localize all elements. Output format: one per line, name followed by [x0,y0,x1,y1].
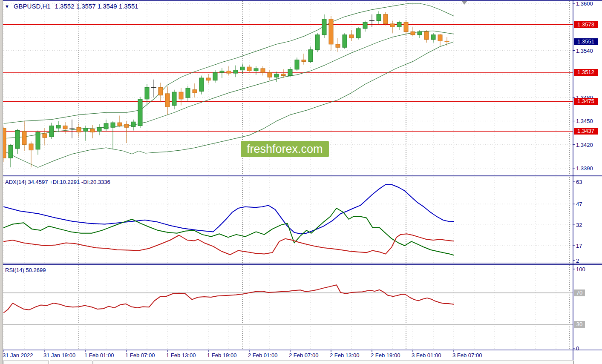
chart-title: ▼ GBPUSD,H1 1.3552 1.3557 1.3549 1.3551 [5,3,138,10]
candle-body [438,35,442,41]
time-axis-label: 2 Feb 01:00 [248,352,277,358]
candle-body [411,32,415,34]
candle-body [63,126,67,129]
candle-body [233,70,238,73]
candle-body [295,60,299,69]
candle-body [404,22,408,32]
candle-body [431,35,435,40]
candle-body [172,92,176,105]
price-level-badge: 1.3475 [574,98,598,105]
candle-body [227,71,231,73]
candle-body [349,35,354,38]
candle-body [199,78,204,91]
time-axis-label: 2 Feb 19:00 [371,352,400,358]
time-axis-label: 2 Feb 13:00 [330,352,359,358]
candle-body [49,126,54,137]
adx-tick-label: 2 [576,258,579,264]
price-tick-label: 1.3600 [576,0,593,7]
adx-line-ADX [4,185,454,234]
time-axis-label: 31 Jan 19:00 [43,352,75,358]
time-axis-label: 3 Feb 07:00 [452,352,482,358]
freshforex-watermark: freshforex.com [241,141,329,157]
adx-tick-label: 17 [576,243,582,249]
symbol-timeframe-label: GBPUSD,H1 [14,3,51,10]
candle-body [15,131,20,149]
candle-body [418,32,422,34]
candle-body [445,41,449,42]
candle-body [356,29,360,38]
bid-price-badge: 1.3551 [574,38,598,45]
time-axis-label: 1 Feb 19:00 [207,352,236,358]
time-axis-label: 2 Feb 07:00 [289,352,318,358]
candle-body [363,22,367,29]
candle-body [90,129,95,132]
candle-body [165,94,170,107]
candle-body [77,127,81,132]
bottom-panel-edge [93,361,574,364]
candle-body [397,22,401,27]
rsi-tick-label: 100 [576,266,585,272]
bottom-tab[interactable] [50,361,92,364]
candle-body [308,50,313,62]
candle-body [254,69,258,71]
collapse-chart-icon[interactable]: ▼ [5,4,9,9]
candle-body [193,90,197,93]
candle-body [390,24,395,27]
candle-body [206,78,210,80]
candle-body [131,122,135,126]
price-tick-label: 1.3390 [576,165,593,171]
candle-body [240,67,245,70]
candle-body [104,123,108,129]
rsi-level-badge: 70 [574,289,585,296]
price-tick-label: 1.3450 [576,118,593,124]
price-tick-label: 1.3540 [576,47,593,54]
candle-body [43,134,47,138]
candle-body [56,125,60,128]
adx-tick-label: 63 [576,179,582,185]
candle-body [22,131,26,144]
window-left-edge [0,0,3,364]
candle-body [247,67,251,71]
candle-body [302,60,306,62]
candle-body [97,127,101,131]
candle-body [261,69,265,72]
bottom-tab[interactable] [3,361,49,364]
candle-body [274,74,279,77]
adx-tick-label: 32 [576,222,582,228]
time-axis-label: 1 Feb 13:00 [166,352,196,358]
candle-body [424,32,429,39]
candle-body [288,69,292,76]
rsi-tick-label: 0 [576,345,579,352]
candle-body [36,132,40,149]
candle-body [124,124,129,127]
candle-body [118,123,122,126]
time-axis-label: 31 Jan 2022 [3,352,33,358]
candle-body [186,88,190,97]
candle-body [145,87,149,99]
price-level-badge: 1.3437 [574,128,598,135]
candle-body [158,87,163,95]
candle-body [329,19,333,44]
candle-body [377,14,381,21]
price-level-badge: 1.3512 [574,69,598,76]
candle-body [268,72,272,77]
adx-indicator-label: ADX(14) 34.4597 +DI:10.2291 -DI:20.3336 [5,179,110,185]
candle-body [322,19,326,35]
candle-body [383,14,388,24]
mt4-chart-window: ▼ GBPUSD,H1 1.3552 1.3557 1.3549 1.3551 … [0,0,602,364]
chart-shift-marker-icon[interactable] [462,1,467,5]
candle-body [111,123,115,127]
candle-body [179,92,183,99]
candle-body [138,99,142,126]
candle-body [29,144,33,150]
ohlc-values: 1.3552 1.3557 1.3549 1.3551 [55,3,138,10]
time-axis-label: 1 Feb 07:00 [125,352,155,358]
rsi-level-badge: 30 [574,321,585,328]
adx-tick-label: 47 [576,201,582,207]
candle-body [336,44,340,47]
time-axis-label: 1 Feb 01:00 [84,352,114,358]
candle-body [9,146,13,158]
price-level-badge: 1.3573 [574,21,598,28]
candle-body [343,35,347,47]
price-tick-label: 1.3420 [576,141,593,148]
